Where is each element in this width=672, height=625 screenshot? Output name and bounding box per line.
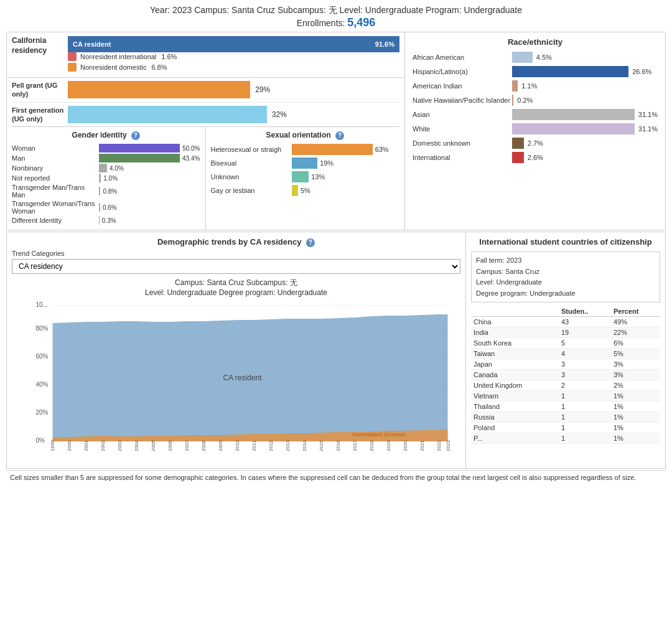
svg-text:2021: 2021: [419, 439, 425, 451]
left-top-panel: California residency CA resident 91.6%: [7, 32, 405, 230]
sexual-help-icon[interactable]: ?: [335, 131, 344, 140]
area-chart-container: 10... 80% 60% 40% 20% 0%: [12, 299, 460, 463]
cell-students: 1: [559, 423, 611, 433]
sexual-bisexual-label: Bisexual: [211, 159, 292, 167]
gender-transman-pct: 0.8%: [103, 188, 117, 195]
cell-percent: 1%: [611, 433, 660, 444]
svg-text:2005: 2005: [151, 439, 156, 451]
cell-percent: 1%: [611, 423, 660, 433]
sexual-orientation-panel: Sexual orientation ? Heterosexual or str…: [206, 127, 405, 230]
race-item-dom-unknown: Domestic unknown 2.7%: [413, 138, 658, 149]
intl-degree-program: Degree program: Undergraduate: [476, 288, 655, 299]
cell-country: Vietnam: [471, 391, 559, 402]
svg-text:2016: 2016: [335, 439, 341, 451]
table-row: United Kingdom 2 2%: [471, 380, 660, 391]
race-item-white: White 31.1%: [413, 123, 658, 134]
intl-fall-term: Fall term: 2023: [476, 255, 655, 266]
cell-percent: 1%: [611, 412, 660, 423]
intl-campus: Campus: Santa Cruz: [476, 266, 655, 278]
race-dom-unknown-bar-wrap: 2.7%: [512, 138, 658, 149]
gender-nonbinary-bar: [99, 164, 107, 172]
gender-man-bar: [99, 154, 180, 162]
pell-pct: 29%: [255, 85, 270, 94]
cell-students: 43: [559, 317, 611, 327]
race-american-indian-bar-wrap: 1.1%: [512, 80, 658, 92]
gender-item-man: Man 43.4%: [12, 154, 200, 162]
race-ethnicity-panel: Race/ethnicity African American 4.5% His…: [405, 32, 665, 230]
gender-transwoman-bar-wrap: 0.6%: [99, 203, 200, 212]
cell-percent: 3%: [611, 370, 660, 380]
intl-level: Level: Undergraduate: [476, 277, 655, 288]
svg-text:2001: 2001: [83, 439, 89, 451]
legend-label-dom: Nonresident domestic: [80, 63, 146, 71]
svg-text:2018: 2018: [369, 439, 375, 451]
gender-man-bar-wrap: 43.4%: [99, 154, 200, 162]
first-gen-bar: [68, 106, 267, 123]
svg-text:2020: 2020: [403, 439, 408, 451]
enrollment-value: 5,496: [347, 16, 375, 29]
gender-item-transman: Transgender Man/Trans Man 0.8%: [12, 184, 200, 199]
race-item-african: African American 4.5%: [413, 52, 658, 63]
sexual-bisexual-bar: [292, 157, 318, 169]
svg-text:2011: 2011: [251, 439, 257, 451]
gender-different-bar-wrap: 0.3%: [99, 216, 200, 225]
table-row: Taiwan 4 5%: [471, 349, 660, 359]
race-american-indian-label: American Indian: [413, 82, 512, 90]
header-title: Year: 2023 Campus: Santa Cruz Subcampus:…: [6, 5, 666, 16]
cell-country: South Korea: [471, 338, 559, 349]
cell-students: 1: [559, 433, 611, 444]
sexual-hetero-bar: [292, 144, 373, 155]
intl-table-scroll[interactable]: Studen.. Percent China 43 49% India 19: [471, 306, 660, 444]
sexual-item-hetero: Heterosexual or straigh 63%: [211, 144, 400, 155]
race-item-international: International 2.6%: [413, 152, 658, 163]
table-row: Japan 3 3%: [471, 359, 660, 370]
sexual-unknown-label: Unknown: [211, 173, 292, 181]
race-international-label: International: [413, 154, 512, 161]
pell-bar-wrap: 29%: [68, 81, 399, 98]
gender-transwoman-pct: 0.6%: [103, 204, 117, 211]
cell-students: 1: [559, 412, 611, 423]
intl-table: Studen.. Percent China 43 49% India 19: [471, 306, 660, 444]
gender-item-nonbinary: Nonbinary 4.0%: [12, 164, 200, 172]
race-dom-unknown-bar: [512, 138, 524, 149]
gender-items: Woman 50.0% Man 43.4%: [12, 144, 200, 225]
legend-nonresident-intl: Nonresident international 1.6%: [68, 52, 399, 61]
svg-text:2002: 2002: [100, 439, 106, 451]
gender-notreported-bar: [99, 174, 101, 182]
sexual-gay-pct: 5%: [301, 187, 310, 194]
gender-notreported-pct: 1.0%: [103, 175, 118, 182]
table-row: India 19 22%: [471, 327, 660, 338]
trend-help-icon[interactable]: ?: [306, 238, 315, 247]
race-hispanic-bar: [512, 66, 628, 77]
cell-percent: 1%: [611, 402, 660, 412]
ca-residency-section: California residency CA resident 91.6%: [7, 32, 404, 78]
sexual-hetero-label: Heterosexual or straigh: [211, 146, 292, 153]
svg-text:20%: 20%: [36, 409, 49, 416]
trend-category-dropdown[interactable]: CA residency Race/ethnicity Gender ident…: [12, 259, 460, 274]
first-gen-bar-wrap: 32%: [68, 106, 399, 123]
race-item-american-indian: American Indian 1.1%: [413, 80, 658, 92]
legend-nonresident-dom: Nonresident domestic 6.8%: [68, 63, 399, 72]
cell-country: P...: [471, 433, 559, 444]
legend-label-intl: Nonresident international: [80, 53, 156, 60]
ca-residency-label: California residency: [12, 36, 68, 55]
gender-help-icon[interactable]: ?: [131, 131, 140, 140]
svg-text:2007: 2007: [184, 439, 190, 451]
gender-transman-label: Transgender Man/Trans Man: [12, 184, 99, 199]
svg-text:2009: 2009: [218, 439, 223, 451]
race-american-indian-pct: 1.1%: [521, 82, 537, 90]
cell-country: Russia: [471, 412, 559, 423]
race-white-bar: [512, 123, 635, 134]
table-row: P... 1 1%: [471, 433, 660, 444]
race-african-pct: 4.5%: [536, 54, 552, 61]
gender-panel: Gender identity ? Woman 50.0%: [7, 127, 206, 230]
svg-text:2022: 2022: [436, 439, 442, 451]
sexual-items: Heterosexual or straigh 63% Bisexual: [211, 144, 400, 196]
ca-bars: CA resident 91.6% Nonresident internatio…: [68, 36, 399, 73]
table-row: Russia 1 1%: [471, 412, 660, 423]
gender-woman-label: Woman: [12, 144, 99, 152]
table-row: South Korea 5 6%: [471, 338, 660, 349]
gender-man-label: Man: [12, 154, 99, 162]
footer-note: Cell sizes smaller than 5 are suppressed…: [6, 470, 666, 485]
race-dom-unknown-label: Domestic unknown: [413, 139, 512, 147]
